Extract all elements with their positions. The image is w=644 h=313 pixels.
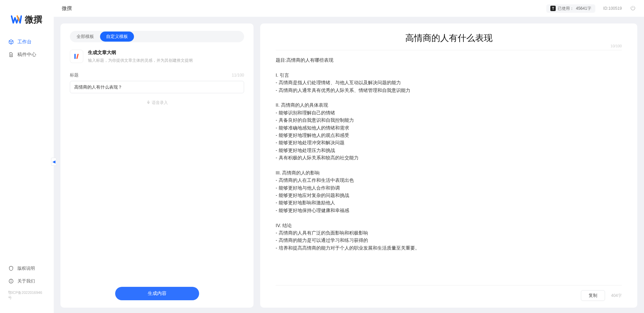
chevron-left-icon: ◀ bbox=[52, 159, 55, 164]
sidebar: 微撰 工作台 稿件中心 版权说明 关于我们 鄂ICP bbox=[0, 0, 54, 313]
user-id: ID:100519 bbox=[603, 6, 622, 11]
sidebar-collapse-handle[interactable]: ◀ bbox=[51, 158, 56, 166]
template-desc: 输入标题，为你提供文章主体的灵感，并为其创建推文提纲 bbox=[88, 58, 193, 63]
title-char-counter: 11/100 bbox=[232, 73, 244, 77]
nav-item-label: 工作台 bbox=[17, 39, 32, 45]
brand-logo: 微撰 bbox=[0, 7, 54, 36]
output-word-count: 404字 bbox=[611, 293, 622, 299]
title-field-label: 标题 bbox=[70, 72, 79, 78]
input-panel: 全部模板 自定义模板 生成文章大纲 输入标题，为你提供文章主体的灵感，并为其创建… bbox=[60, 23, 254, 308]
nav-item-workspace[interactable]: 工作台 bbox=[0, 36, 54, 48]
mic-icon bbox=[146, 100, 150, 105]
svg-rect-3 bbox=[148, 101, 149, 103]
nav-item-drafts[interactable]: 稿件中心 bbox=[0, 48, 54, 61]
usage-prefix: 已使用： bbox=[558, 6, 574, 11]
output-footer: 复制 404字 bbox=[276, 285, 622, 301]
copy-button[interactable]: 复制 bbox=[581, 290, 605, 301]
cube-icon bbox=[8, 39, 14, 45]
main-region: 微撰 T 已使用： 45641字 ID:100519 全部模板 自定义模板 bbox=[54, 0, 644, 313]
tab-custom-templates[interactable]: 自定义模板 bbox=[100, 32, 134, 42]
topbar: 微撰 T 已使用： 45641字 ID:100519 bbox=[54, 0, 644, 17]
nav-bottom: 版权说明 关于我们 鄂ICP备2022016946号 bbox=[0, 262, 54, 306]
nav-item-about[interactable]: 关于我们 bbox=[0, 275, 54, 288]
nav-item-label: 稿件中心 bbox=[17, 52, 36, 58]
token-badge-icon: T bbox=[550, 6, 556, 11]
template-title: 生成文章大纲 bbox=[88, 50, 193, 56]
content: 全部模板 自定义模板 生成文章大纲 输入标题，为你提供文章主体的灵感，并为其创建… bbox=[54, 17, 644, 313]
divider bbox=[276, 50, 622, 50]
topbar-right: T 已使用： 45641字 ID:100519 bbox=[546, 4, 636, 13]
nav-main: 工作台 稿件中心 bbox=[0, 36, 54, 262]
file-icon bbox=[8, 52, 14, 58]
template-card: 生成文章大纲 输入标题，为你提供文章主体的灵感，并为其创建推文提纲 bbox=[70, 50, 244, 63]
title-input[interactable] bbox=[70, 81, 244, 93]
nav-item-label: 关于我们 bbox=[17, 278, 35, 284]
template-tabs: 全部模板 自定义模板 bbox=[70, 31, 244, 42]
tab-all-templates[interactable]: 全部模板 bbox=[71, 32, 100, 42]
usage-value: 45641字 bbox=[576, 6, 591, 11]
output-title: 高情商的人有什么表现 bbox=[276, 32, 622, 50]
voice-input-label: 语音录入 bbox=[152, 100, 168, 106]
output-title-counter: 10/100 bbox=[610, 44, 622, 48]
voice-input-button[interactable]: 语音录入 bbox=[70, 100, 244, 106]
power-icon[interactable] bbox=[630, 5, 636, 12]
template-icon bbox=[70, 50, 83, 63]
generate-button[interactable]: 生成内容 bbox=[115, 287, 199, 300]
nav-item-copyright[interactable]: 版权说明 bbox=[0, 262, 54, 275]
icp-text: 鄂ICP备2022016946号 bbox=[0, 288, 54, 303]
page-title: 微撰 bbox=[62, 5, 72, 12]
brand-name: 微撰 bbox=[25, 14, 42, 25]
svg-point-2 bbox=[11, 280, 11, 280]
output-panel: 高情商的人有什么表现 10/100 题目:高情商的人有哪些表现 I. 引言 - … bbox=[260, 23, 637, 308]
usage-pill[interactable]: T 已使用： 45641字 bbox=[546, 4, 595, 13]
brand-logo-icon bbox=[10, 13, 22, 25]
info-icon bbox=[8, 278, 14, 284]
output-body[interactable]: 题目:高情商的人有哪些表现 I. 引言 - 高情商是指人们处理情绪、与他人互动以… bbox=[276, 56, 622, 285]
shield-icon bbox=[8, 265, 14, 271]
nav-item-label: 版权说明 bbox=[17, 265, 35, 271]
